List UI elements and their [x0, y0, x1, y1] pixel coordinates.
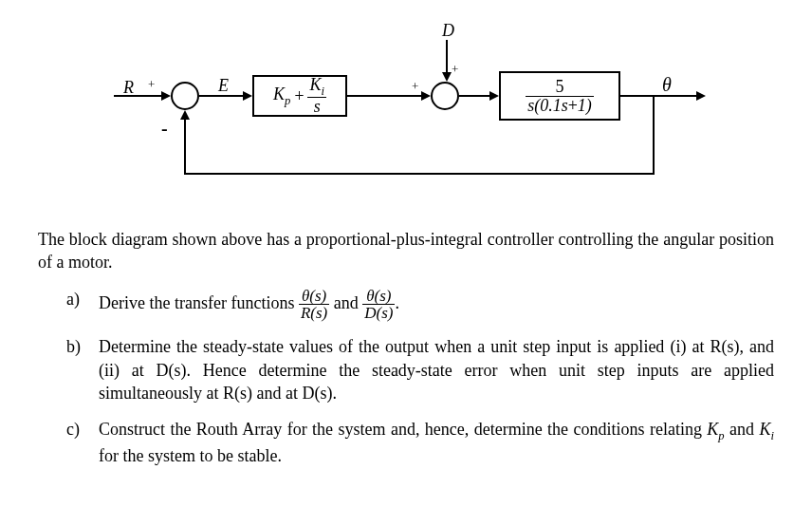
arrow-sum2-plant-head: [489, 91, 499, 101]
label-d: D: [442, 19, 454, 42]
arrow-out: [620, 95, 698, 97]
minus-fb: -: [161, 116, 168, 141]
arrow-e-head: [243, 91, 252, 101]
feedback-vert-right: [653, 95, 655, 175]
arrow-ctrl-sum2-head: [421, 91, 431, 101]
question-c: c) Construct the Routh Array for the sys…: [38, 418, 774, 467]
qb-label: b): [66, 335, 87, 404]
summing-junction-2: [431, 82, 459, 110]
plant-block: 5 s(0.1s+1): [499, 71, 620, 121]
intro-text: The block diagram shown above has a prop…: [38, 228, 774, 274]
qa-body: Derive the transfer functions θ(s) R(s) …: [99, 288, 774, 323]
arrow-d-head: [442, 72, 452, 82]
question-b: b) Determine the steady-state values of …: [38, 335, 774, 404]
label-theta: θ: [662, 72, 672, 98]
qc-label: c): [66, 418, 87, 467]
arrow-out-head: [696, 91, 706, 101]
block-diagram: D + R + E Kp + Ki s + 5 s(0.1s+1: [83, 19, 729, 209]
arrow-ctrl-sum2: [347, 95, 423, 97]
arrow-r-head: [161, 91, 171, 101]
qb-body: Determine the steady-state values of the…: [99, 335, 774, 404]
arrow-d-vert: [446, 40, 448, 74]
summing-junction-1: [171, 82, 199, 110]
feedback-horiz: [184, 173, 655, 175]
feedback-vert-left: [184, 120, 186, 175]
feedback-head: [180, 110, 190, 120]
arrow-r: [114, 95, 163, 97]
plus-d: +: [452, 61, 458, 78]
qc-body: Construct the Routh Array for the system…: [99, 418, 774, 467]
controller-expr: Kp + Ki s: [273, 76, 326, 117]
plus-sum2: +: [412, 78, 418, 95]
qa-label: a): [66, 288, 87, 323]
arrow-sum2-plant: [459, 95, 491, 97]
controller-block: Kp + Ki s: [252, 75, 347, 117]
label-e: E: [218, 74, 229, 97]
question-a: a) Derive the transfer functions θ(s) R(…: [38, 288, 774, 323]
plus-r: +: [148, 76, 155, 93]
